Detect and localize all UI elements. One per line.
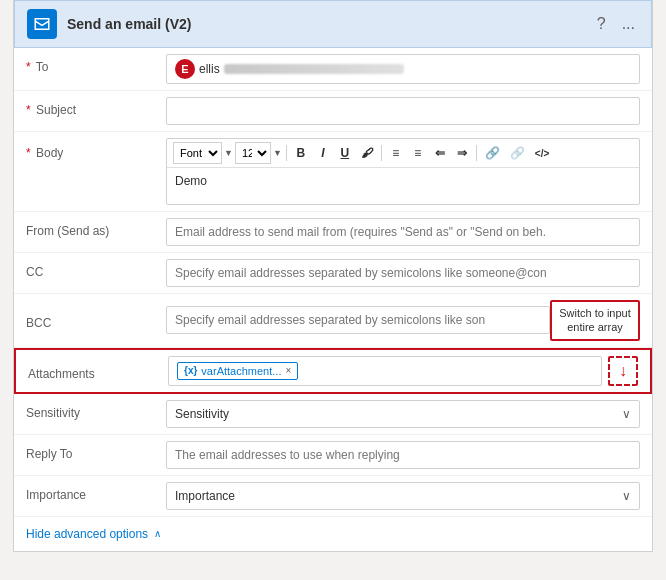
to-field[interactable]: E ellis bbox=[166, 54, 640, 84]
required-star-body: * bbox=[26, 146, 31, 160]
file-upload-button[interactable]: ↓ bbox=[608, 356, 638, 386]
divider-3 bbox=[476, 145, 477, 161]
reply-to-label: Reply To bbox=[26, 441, 166, 461]
to-email-blurred bbox=[224, 64, 404, 74]
subject-row: * Subject Attachments are attached bbox=[14, 91, 652, 132]
attachments-side: ↓ bbox=[602, 356, 638, 386]
body-row: * Body Font ▼ 12 ▼ B I U 🖌 bbox=[14, 132, 652, 212]
importance-dropdown-arrow: ∨ bbox=[622, 489, 631, 503]
upload-arrow-icon: ↓ bbox=[619, 362, 627, 380]
link-button[interactable]: 🔗 bbox=[481, 142, 504, 164]
app-icon bbox=[27, 9, 57, 39]
required-star: * bbox=[26, 60, 31, 74]
body-label: * Body bbox=[26, 138, 166, 160]
importance-label: Importance bbox=[26, 482, 166, 502]
font-family-select[interactable]: Font bbox=[173, 142, 222, 164]
from-row: From (Send as) bbox=[14, 212, 652, 253]
paint-button[interactable]: 🖌 bbox=[357, 142, 377, 164]
help-button[interactable]: ? bbox=[593, 13, 610, 35]
panel-title: Send an email (V2) bbox=[67, 16, 583, 32]
from-input[interactable] bbox=[166, 218, 640, 246]
indent-right-button[interactable]: ⇒ bbox=[452, 142, 472, 164]
italic-button[interactable]: I bbox=[313, 142, 333, 164]
chevron-up-icon: ∧ bbox=[154, 528, 161, 539]
attachments-row: Attachments {x} varAttachment... × ↓ bbox=[14, 348, 652, 394]
code-button[interactable]: </> bbox=[531, 142, 553, 164]
rich-text-editor: Font ▼ 12 ▼ B I U 🖌 ≡ ≡ ⇐ ⇒ bbox=[166, 138, 640, 205]
to-row: * To E ellis bbox=[14, 48, 652, 91]
formatting-toolbar: Font ▼ 12 ▼ B I U 🖌 ≡ ≡ ⇐ ⇒ bbox=[167, 139, 639, 168]
more-button[interactable]: ... bbox=[618, 13, 639, 35]
bcc-label: BCC bbox=[26, 310, 166, 330]
bcc-row: BCC Switch to input entire array bbox=[14, 294, 652, 348]
switch-array-button[interactable]: Switch to input entire array bbox=[550, 300, 640, 341]
reply-to-input[interactable] bbox=[166, 441, 640, 469]
indent-left-button[interactable]: ⇐ bbox=[430, 142, 450, 164]
unlink-button[interactable]: 🔗 bbox=[506, 142, 529, 164]
dropdown-arrow-font: ▼ bbox=[224, 148, 233, 158]
ul-button[interactable]: ≡ bbox=[386, 142, 406, 164]
subject-label: * Subject bbox=[26, 97, 166, 117]
attachments-field[interactable]: {x} varAttachment... × bbox=[168, 356, 602, 386]
importance-dropdown[interactable]: Importance ∨ bbox=[166, 482, 640, 510]
ol-button[interactable]: ≡ bbox=[408, 142, 428, 164]
attachments-label: Attachments bbox=[28, 361, 168, 381]
variable-icon: {x} bbox=[184, 365, 197, 376]
sensitivity-row: Sensitivity Sensitivity ∨ bbox=[14, 394, 652, 435]
cc-input[interactable] bbox=[166, 259, 640, 287]
to-email-name: ellis bbox=[199, 62, 220, 76]
sensitivity-dropdown[interactable]: Sensitivity ∨ bbox=[166, 400, 640, 428]
sensitivity-value: Sensitivity bbox=[175, 407, 229, 421]
divider-1 bbox=[286, 145, 287, 161]
bold-button[interactable]: B bbox=[291, 142, 311, 164]
font-size-select[interactable]: 12 bbox=[235, 142, 271, 164]
avatar: E bbox=[175, 59, 195, 79]
divider-2 bbox=[381, 145, 382, 161]
subject-input[interactable]: Attachments are attached bbox=[166, 97, 640, 125]
importance-row: Importance Importance ∨ bbox=[14, 476, 652, 517]
to-label: * To bbox=[26, 54, 166, 74]
body-content[interactable]: Demo bbox=[167, 168, 639, 204]
card-header: Send an email (V2) ? ... bbox=[14, 0, 652, 48]
dropdown-arrow-size: ▼ bbox=[273, 148, 282, 158]
underline-button[interactable]: U bbox=[335, 142, 355, 164]
required-star-subject: * bbox=[26, 103, 31, 117]
token-label: varAttachment... bbox=[201, 365, 281, 377]
importance-value: Importance bbox=[175, 489, 235, 503]
sensitivity-label: Sensitivity bbox=[26, 400, 166, 420]
from-label: From (Send as) bbox=[26, 218, 166, 238]
form-body: * To E ellis * Subject Attachments are a… bbox=[14, 48, 652, 551]
email-icon bbox=[33, 15, 51, 33]
reply-to-row: Reply To bbox=[14, 435, 652, 476]
header-actions: ? ... bbox=[593, 13, 639, 35]
sensitivity-dropdown-arrow: ∨ bbox=[622, 407, 631, 421]
cc-row: CC bbox=[14, 253, 652, 294]
token-close-icon[interactable]: × bbox=[285, 365, 291, 376]
hide-advanced-label: Hide advanced options bbox=[26, 527, 148, 541]
variable-token: {x} varAttachment... × bbox=[177, 362, 298, 380]
bcc-input[interactable] bbox=[166, 306, 550, 334]
cc-label: CC bbox=[26, 259, 166, 279]
hide-advanced-link[interactable]: Hide advanced options ∧ bbox=[14, 517, 652, 551]
